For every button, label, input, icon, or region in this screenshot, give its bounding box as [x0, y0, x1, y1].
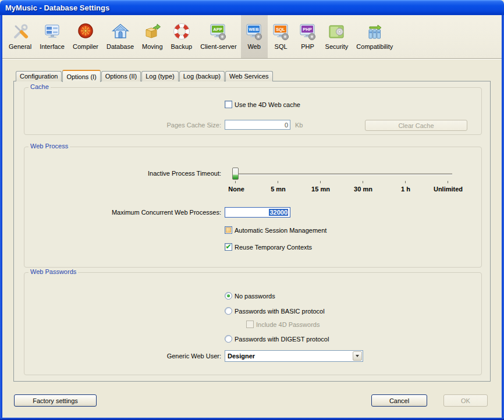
reuse-temporary-contexts-checkbox[interactable]: ✔	[225, 243, 232, 251]
mixed-state-mark	[226, 227, 231, 233]
toolbar-item-general[interactable]: General	[5, 15, 36, 58]
generic-web-user-value: Designer	[225, 353, 352, 360]
binders-icon	[365, 23, 384, 41]
toolbar-item-security[interactable]: Security	[321, 15, 353, 58]
passwords-basic-label[interactable]: Passwords with BASIC protocol	[235, 308, 325, 315]
security-icon	[327, 23, 346, 41]
tab-log-type[interactable]: Log (type)	[141, 71, 179, 81]
pages-cache-size-value: 0	[285, 122, 288, 129]
check-mark: ✔	[225, 244, 231, 250]
slider-tick	[235, 181, 236, 183]
app-monitor-icon: APP	[209, 23, 228, 41]
slider-tick	[320, 181, 321, 183]
web-passwords-group: Web Passwords No passwords Passwords wit…	[24, 272, 482, 375]
cancel-button[interactable]: Cancel	[371, 394, 427, 407]
slider-label-30mn: 30 mn	[354, 186, 372, 193]
timeout-slider-track[interactable]	[233, 173, 452, 175]
toolbar-item-backup[interactable]: Backup	[167, 15, 197, 58]
php-monitor-icon: PHP	[299, 23, 317, 41]
toolbar-label-compiler: Compiler	[73, 43, 98, 50]
tab-options-1[interactable]: Options (I)	[62, 70, 100, 82]
no-passwords-label[interactable]: No passwords	[235, 293, 275, 300]
passwords-digest-label[interactable]: Passwords with DIGEST protocol	[235, 336, 329, 343]
max-concurrent-processes-input[interactable]: 32000	[225, 207, 290, 218]
radio-dot	[227, 294, 230, 297]
inactive-process-timeout-label: Inactive Process Timeout:	[24, 170, 221, 177]
toolbar-label-general: General	[9, 43, 31, 50]
web-process-group-legend: Web Process	[29, 143, 70, 150]
compiler-wheel-icon	[76, 23, 95, 41]
toolbar-item-sql[interactable]: SQL SQL	[268, 15, 294, 58]
toolbar-label-database: Database	[107, 43, 134, 50]
max-concurrent-processes-label: Maximum Concurrent Web Processes:	[24, 209, 221, 216]
settings-toolbar: General Interface	[2, 15, 502, 59]
interface-monitor-icon	[43, 23, 62, 41]
svg-text:WEB: WEB	[249, 27, 259, 32]
lifebuoy-icon	[172, 23, 191, 41]
settings-tab-bar: Configuration Options (I) Options (II) L…	[16, 69, 274, 81]
toolbar-item-web[interactable]: WEB Web	[241, 15, 268, 58]
slider-tick	[363, 181, 363, 183]
slider-label-unlimited: Unlimited	[434, 186, 463, 193]
generic-web-user-dropdown[interactable]: Designer	[225, 350, 363, 362]
pages-cache-size-input[interactable]: 0	[225, 120, 290, 130]
tab-options-2[interactable]: Options (II)	[101, 71, 141, 81]
moving-box-icon	[143, 23, 162, 41]
title-bar[interactable]: MyMusic - Database Settings	[0, 0, 504, 15]
slider-label-15mn: 15 mn	[311, 186, 330, 193]
client-area: General Interface	[2, 15, 502, 418]
max-processes-selected-text: 32000	[269, 209, 288, 216]
cache-group: Cache Use the 4D Web cache Pages Cache S…	[24, 87, 482, 135]
toolbar-label-backup: Backup	[171, 43, 193, 50]
cache-group-legend: Cache	[29, 83, 51, 90]
passwords-digest-radio[interactable]	[225, 335, 232, 343]
toolbar-label-client-server: Client-server	[200, 43, 236, 50]
chevron-down-icon	[356, 355, 359, 357]
tab-log-backup[interactable]: Log (backup)	[179, 71, 225, 81]
passwords-basic-radio[interactable]	[225, 307, 232, 315]
clear-cache-button[interactable]: Clear Cache	[365, 120, 467, 131]
pages-cache-size-label: Pages Cache Size:	[24, 122, 221, 129]
toolbar-item-database[interactable]: Database	[102, 15, 138, 58]
toolbar-item-compiler[interactable]: Compiler	[69, 15, 102, 58]
factory-settings-button[interactable]: Factory settings	[14, 394, 97, 407]
svg-text:SQL: SQL	[276, 27, 285, 32]
include-4d-passwords-checkbox[interactable]	[246, 321, 254, 328]
toolbar-label-interface: Interface	[40, 43, 65, 50]
use-4d-web-cache-checkbox[interactable]	[225, 101, 232, 108]
generic-web-user-label: Generic Web User:	[24, 353, 221, 360]
timeout-slider-thumb[interactable]	[232, 168, 239, 180]
tools-icon	[11, 23, 30, 41]
toolbar-item-moving[interactable]: Moving	[138, 15, 166, 58]
toolbar-label-compatibility: Compatibility	[356, 43, 393, 50]
cache-size-unit-label: Kb	[295, 122, 303, 129]
automatic-session-management-label[interactable]: Automatic Session Management	[235, 227, 326, 234]
dropdown-arrow-button[interactable]	[353, 351, 362, 361]
window-border-bottom	[0, 418, 504, 420]
no-passwords-radio[interactable]	[225, 292, 232, 300]
toolbar-item-compatibility[interactable]: Compatibility	[352, 15, 397, 58]
slider-label-5mn: 5 mn	[271, 186, 286, 193]
ok-button[interactable]: OK	[443, 394, 488, 407]
slider-label-1h: 1 h	[401, 186, 410, 193]
web-monitor-icon: WEB	[245, 23, 264, 41]
toolbar-label-moving: Moving	[142, 43, 162, 50]
svg-text:PHP: PHP	[303, 27, 311, 32]
reuse-temporary-contexts-label[interactable]: Reuse Temporary Contexts	[235, 244, 312, 251]
use-4d-web-cache-label[interactable]: Use the 4D Web cache	[235, 101, 300, 108]
options-1-tab-panel: Cache Use the 4D Web cache Pages Cache S…	[13, 81, 491, 382]
toolbar-label-web: Web	[247, 43, 260, 50]
slider-tick	[405, 181, 406, 183]
toolbar-label-sql: SQL	[275, 43, 288, 50]
tab-web-services[interactable]: Web Services	[225, 71, 273, 81]
toolbar-item-interface[interactable]: Interface	[36, 15, 69, 58]
toolbar-item-client-server[interactable]: APP Client-server	[196, 15, 240, 58]
automatic-session-management-checkbox[interactable]	[225, 226, 232, 234]
database-home-icon	[111, 23, 130, 41]
web-passwords-group-legend: Web Passwords	[29, 268, 78, 275]
sql-monitor-icon: SQL	[272, 23, 290, 41]
toolbar-item-php[interactable]: PHP PHP	[294, 15, 321, 58]
web-process-group: Web Process Inactive Process Timeout: No…	[24, 147, 482, 268]
include-4d-passwords-label: Include 4D Passwords	[256, 321, 320, 328]
tab-configuration[interactable]: Configuration	[16, 71, 62, 81]
